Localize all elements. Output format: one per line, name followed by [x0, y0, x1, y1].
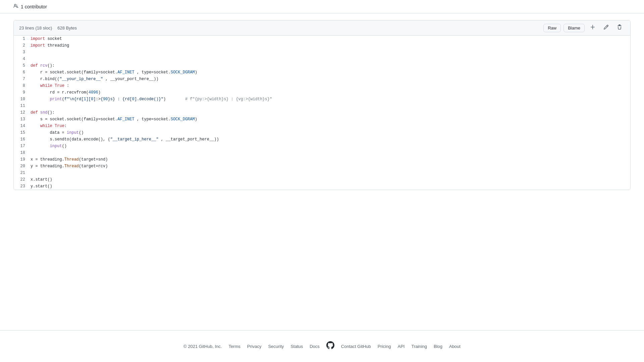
- table-row: 11: [14, 103, 630, 109]
- footer-link-privacy[interactable]: Privacy: [247, 344, 262, 349]
- github-logo: [326, 341, 334, 351]
- line-number: 17: [14, 143, 31, 149]
- footer-link-terms[interactable]: Terms: [228, 344, 240, 349]
- table-row: 18: [14, 149, 630, 156]
- file-lines: 23 lines (18 sloc): [19, 25, 52, 31]
- table-row: 16 s.sendto(data.encode(), ("__target_ip…: [14, 136, 630, 143]
- footer-link-docs[interactable]: Docs: [310, 344, 320, 349]
- line-code: import threading: [31, 42, 630, 49]
- line-code: rd = r.recvfrom(4096): [31, 89, 630, 96]
- code-table: 1import socket2import threading3 4 5def …: [14, 36, 630, 190]
- line-code: r.bind(("__your_ip_here__" , __your_port…: [31, 76, 630, 82]
- table-row: 12def snd():: [14, 109, 630, 116]
- line-number: 16: [14, 136, 31, 143]
- line-code: x = threading.Thread(target=snd): [31, 156, 630, 163]
- line-code: y = threading.Thread(target=rcv): [31, 163, 630, 170]
- table-row: 9 rd = r.recvfrom(4096): [14, 89, 630, 96]
- table-row: 13 s = socket.socket(family=socket.AF_IN…: [14, 116, 630, 123]
- line-code: [31, 49, 630, 56]
- code-container: 23 lines (18 sloc) 628 Bytes Raw Blame: [13, 20, 631, 190]
- line-number: 12: [14, 109, 31, 116]
- line-number: 19: [14, 156, 31, 163]
- line-number: 6: [14, 69, 31, 76]
- table-row: 8 while True :: [14, 82, 630, 89]
- table-row: 20y = threading.Thread(target=rcv): [14, 163, 630, 170]
- table-row: 21: [14, 170, 630, 176]
- line-number: 5: [14, 62, 31, 69]
- line-number: 22: [14, 176, 31, 183]
- table-row: 6 r = socket.socket(family=socket.AF_INE…: [14, 69, 630, 76]
- line-number: 1: [14, 36, 31, 42]
- table-row: 4: [14, 56, 630, 62]
- table-row: 2import threading: [14, 42, 630, 49]
- line-code: while True :: [31, 82, 630, 89]
- footer-link-pricing[interactable]: Pricing: [378, 344, 391, 349]
- table-row: 1import socket: [14, 36, 630, 42]
- line-number: 20: [14, 163, 31, 170]
- table-row: 22x.start(): [14, 176, 630, 183]
- line-number: 2: [14, 42, 31, 49]
- table-row: 19x = threading.Thread(target=snd): [14, 156, 630, 163]
- contributor-bar: 1 contributor: [0, 0, 644, 13]
- footer-link-blog[interactable]: Blog: [434, 344, 442, 349]
- table-row: 3: [14, 49, 630, 56]
- table-row: 17 input(): [14, 143, 630, 149]
- code-body: 1import socket2import threading3 4 5def …: [14, 36, 630, 190]
- code-header-left: 23 lines (18 sloc) 628 Bytes: [19, 25, 77, 31]
- line-code: [31, 170, 630, 176]
- line-number: 9: [14, 89, 31, 96]
- line-code: import socket: [31, 36, 630, 42]
- line-code: print(f"\n{rd[1][0]:>{90}s} : {rd[0].dec…: [31, 96, 630, 103]
- raw-button[interactable]: Raw: [543, 24, 561, 32]
- line-code: data = input(): [31, 129, 630, 136]
- line-number: 7: [14, 76, 31, 82]
- footer-link-training[interactable]: Training: [411, 344, 427, 349]
- footer-link-status[interactable]: Status: [290, 344, 303, 349]
- table-row: 14 while True:: [14, 123, 630, 129]
- code-header-right: Raw Blame: [543, 23, 625, 33]
- line-number: 14: [14, 123, 31, 129]
- line-code: [31, 103, 630, 109]
- code-header: 23 lines (18 sloc) 628 Bytes Raw Blame: [14, 20, 630, 36]
- table-row: 15 data = input(): [14, 129, 630, 136]
- footer: © 2021 GitHub, Inc. Terms Privacy Securi…: [0, 330, 644, 362]
- line-code: y.start(): [31, 183, 630, 190]
- table-row: 5def rcv():: [14, 62, 630, 69]
- line-code: x.start(): [31, 176, 630, 183]
- line-code: [31, 56, 630, 62]
- contributor-label: 1 contributor: [21, 4, 47, 9]
- footer-link-api[interactable]: API: [397, 344, 405, 349]
- table-row: 10 print(f"\n{rd[1][0]:>{90}s} : {rd[0].…: [14, 96, 630, 103]
- line-number: 23: [14, 183, 31, 190]
- line-code: r = socket.socket(family=socket.AF_INET …: [31, 69, 630, 76]
- footer-link-about[interactable]: About: [449, 344, 461, 349]
- line-code: while True:: [31, 123, 630, 129]
- table-row: 7 r.bind(("__your_ip_here__" , __your_po…: [14, 76, 630, 82]
- contributor-icon: [13, 3, 19, 10]
- page-wrapper: 1 contributor 23 lines (18 sloc) 628 Byt…: [0, 0, 644, 362]
- edit-button[interactable]: [601, 23, 611, 33]
- line-number: 10: [14, 96, 31, 103]
- line-code: [31, 149, 630, 156]
- line-number: 8: [14, 82, 31, 89]
- line-number: 21: [14, 170, 31, 176]
- line-code: def snd():: [31, 109, 630, 116]
- line-code: s = socket.socket(family=socket.AF_INET …: [31, 116, 630, 123]
- line-number: 11: [14, 103, 31, 109]
- table-row: 23y.start(): [14, 183, 630, 190]
- footer-link-contact[interactable]: Contact GitHub: [341, 344, 371, 349]
- line-number: 15: [14, 129, 31, 136]
- file-size: 628 Bytes: [57, 25, 77, 31]
- line-number: 3: [14, 49, 31, 56]
- line-number: 13: [14, 116, 31, 123]
- display-mode-button[interactable]: [587, 23, 598, 33]
- delete-button[interactable]: [614, 23, 625, 33]
- line-code: def rcv():: [31, 62, 630, 69]
- copyright: © 2021 GitHub, Inc.: [183, 344, 222, 349]
- blame-button[interactable]: Blame: [564, 24, 585, 32]
- line-code: s.sendto(data.encode(), ("__target_ip_he…: [31, 136, 630, 143]
- line-number: 4: [14, 56, 31, 62]
- line-code: input(): [31, 143, 630, 149]
- line-number: 18: [14, 149, 31, 156]
- footer-link-security[interactable]: Security: [268, 344, 284, 349]
